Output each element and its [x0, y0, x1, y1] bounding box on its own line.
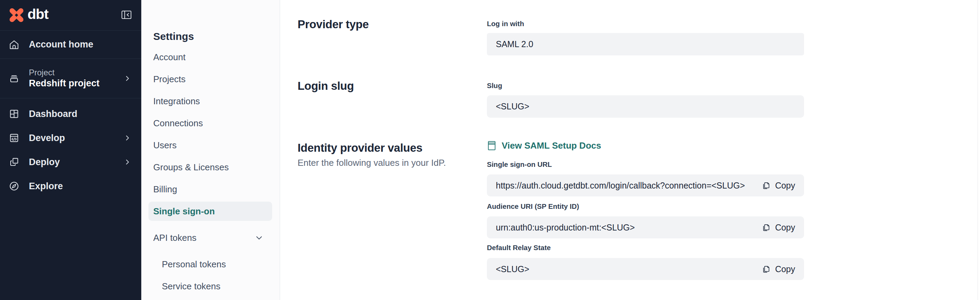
login-with-label: Log in with [487, 20, 524, 28]
docs-link-label: View SAML Setup Docs [502, 140, 601, 151]
chevron-right-icon [124, 134, 131, 141]
project-eyebrow: Project [29, 67, 100, 78]
idp-values-heading: Identity provider values [298, 141, 422, 155]
slug-label: Slug [487, 81, 502, 90]
settings-item-connections[interactable]: Connections [142, 112, 280, 134]
view-saml-setup-docs-link[interactable]: View SAML Setup Docs [487, 140, 601, 151]
code-editor-icon [9, 132, 19, 144]
audience-uri-field[interactable]: urn:auth0:us-production-mt:<SLUG> Copy [487, 216, 804, 238]
home-icon [9, 39, 19, 50]
sidebar-item-label: Account home [29, 39, 94, 50]
dashboard-icon [9, 109, 19, 120]
sidebar-item-label: Explore [29, 181, 63, 191]
copy-audience-uri-button[interactable]: Copy [762, 223, 795, 233]
copy-sso-url-button[interactable]: Copy [762, 180, 795, 191]
main-content: Provider type Log in with SAML 2.0 Login… [280, 0, 980, 300]
sso-url-value: https://auth.cloud.getdbt.com/login/call… [496, 180, 762, 191]
sidebar-item-label: Dashboard [29, 109, 77, 120]
chevron-right-icon [124, 159, 131, 166]
dbt-logo-text: dbt [27, 7, 48, 23]
sidebar-item-dashboard[interactable]: Dashboard [0, 102, 141, 126]
default-relay-state-field[interactable]: <SLUG> Copy [487, 258, 804, 280]
audience-uri-label: Audience URI (SP Entity ID) [487, 202, 579, 211]
settings-item-groups-licenses[interactable]: Groups & Licenses [142, 156, 280, 178]
settings-title: Settings [153, 29, 280, 44]
collapse-sidebar-button[interactable] [121, 10, 132, 20]
default-relay-state-value: <SLUG> [496, 264, 762, 274]
default-relay-state-label: Default Relay State [487, 244, 551, 252]
settings-nav-list: Account Projects Integrations Connection… [142, 46, 280, 297]
provider-type-heading: Provider type [298, 18, 369, 31]
settings-item-integrations[interactable]: Integrations [142, 90, 280, 112]
sidebar-item-develop[interactable]: Develop [0, 126, 141, 150]
settings-subitem-personal-tokens[interactable]: Personal tokens [142, 253, 280, 275]
settings-item-label: API tokens [153, 233, 197, 243]
sidebar-item-project[interactable]: Project Redshift project [0, 59, 141, 98]
project-icon [9, 73, 19, 84]
audience-uri-value: urn:auth0:us-production-mt:<SLUG> [496, 223, 762, 233]
chevron-down-icon [255, 234, 263, 242]
project-name: Redshift project [29, 78, 100, 89]
sidebar-item-label: Develop [29, 133, 65, 144]
chevron-right-icon [124, 75, 131, 82]
sidebar-item-account-home[interactable]: Account home [0, 30, 141, 59]
sidebar-item-deploy[interactable]: Deploy [0, 150, 141, 174]
sso-url-label: Single sign-on URL [487, 160, 552, 169]
logo-row: dbt [0, 0, 141, 30]
sidebar-item-explore[interactable]: Explore [0, 174, 141, 198]
compass-icon [9, 180, 19, 191]
app-sidebar: dbt Account home [0, 0, 141, 300]
slug-value: <SLUG> [496, 102, 795, 112]
copy-button-label: Copy [775, 264, 795, 274]
settings-subitem-service-tokens[interactable]: Service tokens [142, 275, 280, 297]
settings-item-api-tokens[interactable]: API tokens [142, 227, 280, 249]
dbt-logo-icon [9, 7, 24, 23]
sidebar-item-label: Deploy [29, 157, 60, 168]
slug-input[interactable]: <SLUG> [487, 95, 804, 118]
copy-button-label: Copy [775, 180, 795, 191]
settings-item-projects[interactable]: Projects [142, 68, 280, 90]
document-icon [487, 141, 496, 151]
copy-relay-state-button[interactable]: Copy [762, 264, 795, 274]
copy-icon [762, 265, 771, 274]
copy-button-label: Copy [775, 223, 795, 233]
login-with-input[interactable]: SAML 2.0 [487, 33, 804, 55]
settings-item-account[interactable]: Account [142, 46, 280, 68]
settings-nav: Settings Account Projects Integrations C… [141, 0, 280, 300]
project-text: Project Redshift project [29, 67, 100, 89]
settings-item-single-sign-on[interactable]: Single sign-on [148, 202, 272, 221]
copy-icon [762, 181, 771, 190]
copy-icon [762, 223, 771, 232]
panel-collapse-icon [121, 10, 132, 20]
login-slug-heading: Login slug [298, 80, 354, 93]
settings-item-billing[interactable]: Billing [142, 178, 280, 200]
idp-values-subheading: Enter the following values in your IdP. [298, 158, 446, 168]
sidebar-nav-group: Dashboard Develop [0, 98, 141, 198]
sso-url-field[interactable]: https://auth.cloud.getdbt.com/login/call… [487, 174, 804, 196]
deploy-icon [9, 156, 19, 168]
settings-item-users[interactable]: Users [142, 134, 280, 156]
login-with-value: SAML 2.0 [496, 39, 795, 49]
